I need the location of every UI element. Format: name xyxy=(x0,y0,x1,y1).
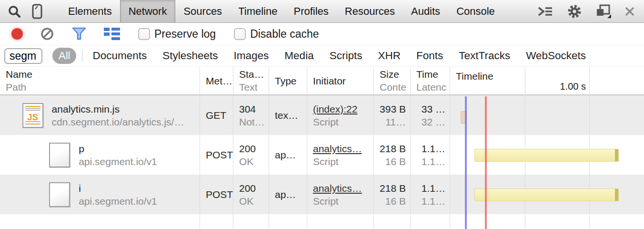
settings-gear-icon[interactable] xyxy=(567,4,582,19)
preserve-log-checkbox[interactable] xyxy=(138,28,150,40)
tab-timeline[interactable]: Timeline xyxy=(230,0,285,22)
column-header-method[interactable]: Met… xyxy=(200,67,233,94)
request-name: i xyxy=(79,182,157,195)
column-header-initiator[interactable]: Initiator xyxy=(307,67,374,94)
filter-type-all[interactable]: All xyxy=(52,48,76,64)
js-file-icon: JS xyxy=(22,103,43,128)
panel-tabs: Elements Network Sources Timeline Profil… xyxy=(60,0,503,22)
initiator-cell: analytics… Script xyxy=(307,135,374,175)
status-cell: 304Not… xyxy=(233,95,269,135)
tab-resources[interactable]: Resources xyxy=(337,0,403,22)
network-toolbar: Preserve log Disable cache xyxy=(0,23,644,45)
table-row[interactable]: p api.segment.io/v1 POST 200OK ap… analy… xyxy=(0,135,644,175)
tab-network[interactable]: Network xyxy=(120,0,176,22)
device-mode-icon[interactable] xyxy=(31,4,43,19)
request-name: p xyxy=(79,142,157,155)
filter-funnel-icon[interactable] xyxy=(71,27,87,41)
file-icon xyxy=(49,182,70,207)
request-name-cell[interactable]: JS analytics.min.js cdn.segment.io/analy… xyxy=(0,95,200,135)
size-cell: 218 B16 B xyxy=(374,135,411,175)
request-path: api.segment.io/v1 xyxy=(79,195,157,208)
type-cell: ap… xyxy=(269,135,307,175)
initiator-link[interactable]: (index):22 xyxy=(313,103,373,115)
status-cell: 200OK xyxy=(233,175,269,214)
clear-icon[interactable] xyxy=(40,27,54,41)
column-header-size[interactable]: SizeConte xyxy=(374,67,411,94)
disable-cache-label: Disable cache xyxy=(250,28,319,41)
record-icon[interactable] xyxy=(11,28,23,40)
preserve-log-label: Preserve log xyxy=(154,28,216,41)
dock-window-icon[interactable] xyxy=(595,4,612,19)
filter-separator xyxy=(82,50,82,62)
type-cell: tex… xyxy=(269,95,307,135)
method-cell: GET xyxy=(200,95,233,135)
filter-type-stylesheets[interactable]: Stylesheets xyxy=(162,50,218,62)
empty-rows-area xyxy=(0,214,644,229)
column-header-time[interactable]: TimeLatenc xyxy=(411,67,450,94)
filter-type-fonts[interactable]: Fonts xyxy=(416,50,443,62)
devtools-window: Elements Network Sources Timeline Profil… xyxy=(0,0,644,229)
tab-console[interactable]: Console xyxy=(448,0,503,22)
filter-type-images[interactable]: Images xyxy=(234,50,269,62)
large-rows-icon[interactable] xyxy=(104,27,120,41)
column-header-name[interactable]: NamePath xyxy=(0,67,200,94)
time-cell: 1.1…1.1… xyxy=(411,175,450,214)
type-cell: ap… xyxy=(269,175,307,214)
tab-sources[interactable]: Sources xyxy=(175,0,230,22)
status-cell: 200OK xyxy=(233,135,269,175)
file-icon xyxy=(49,143,70,167)
initiator-link[interactable]: analytics… xyxy=(313,142,373,155)
timeline-cell xyxy=(450,95,644,135)
request-path: cdn.segment.io/analytics.js/… xyxy=(52,115,184,128)
time-cell: 1.1…1.1… xyxy=(411,135,450,175)
initiator-cell: analytics… Script xyxy=(307,175,374,214)
filter-bar: All Documents Stylesheets Images Media S… xyxy=(0,45,644,67)
timeline-cell xyxy=(450,175,644,214)
requests-table: NamePath Met… Sta…Text Type Initiator Si… xyxy=(0,67,644,229)
size-cell: 218 B16 B xyxy=(374,175,411,214)
request-name-cell[interactable]: p api.segment.io/v1 xyxy=(0,135,200,175)
initiator-cell: (index):22 Script xyxy=(307,95,374,135)
size-cell: 393 B11… xyxy=(374,95,411,135)
method-cell: POST xyxy=(200,175,233,214)
column-header-timeline[interactable]: Timeline xyxy=(450,67,644,94)
initiator-link[interactable]: analytics… xyxy=(313,182,373,195)
filter-type-documents[interactable]: Documents xyxy=(92,50,147,62)
column-header-type[interactable]: Type xyxy=(269,67,307,94)
filter-type-scripts[interactable]: Scripts xyxy=(330,50,362,62)
request-path: api.segment.io/v1 xyxy=(79,155,157,168)
close-icon[interactable] xyxy=(625,7,634,16)
table-row[interactable]: i api.segment.io/v1 POST 200OK ap… analy… xyxy=(0,175,644,214)
filter-input[interactable] xyxy=(4,48,42,64)
filter-type-media[interactable]: Media xyxy=(284,50,313,62)
table-row[interactable]: JS analytics.min.js cdn.segment.io/analy… xyxy=(0,95,644,135)
tab-elements[interactable]: Elements xyxy=(60,0,120,22)
timeline-cell xyxy=(450,135,644,175)
disable-cache-checkbox[interactable] xyxy=(234,28,246,40)
filter-type-xhr[interactable]: XHR xyxy=(378,50,401,62)
request-name: analytics.min.js xyxy=(52,103,184,115)
devtools-tab-bar: Elements Network Sources Timeline Profil… xyxy=(0,0,644,23)
search-icon[interactable] xyxy=(8,5,21,18)
time-cell: 33 …32 … xyxy=(411,95,450,135)
tab-audits[interactable]: Audits xyxy=(403,0,448,22)
console-drawer-icon[interactable] xyxy=(537,6,553,17)
tab-profiles[interactable]: Profiles xyxy=(285,0,336,22)
filter-type-texttracks[interactable]: TextTracks xyxy=(459,50,510,62)
column-header-status[interactable]: Sta…Text xyxy=(233,67,269,94)
method-cell: POST xyxy=(200,135,233,175)
table-header: NamePath Met… Sta…Text Type Initiator Si… xyxy=(0,67,644,95)
filter-type-websockets[interactable]: WebSockets xyxy=(526,50,586,62)
request-name-cell[interactable]: i api.segment.io/v1 xyxy=(0,175,200,214)
